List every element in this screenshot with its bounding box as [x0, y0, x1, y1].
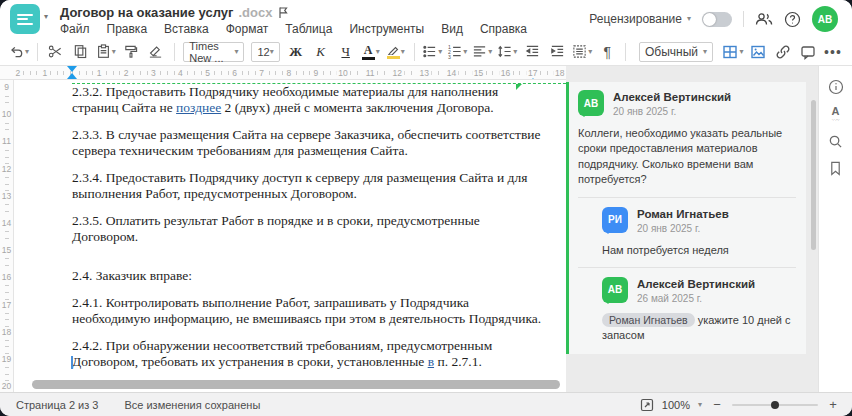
numbered-list-button[interactable]: 123 ▾	[446, 41, 468, 63]
collaboration-users-icon[interactable]	[755, 11, 773, 27]
zoom-out-button[interactable]: −	[710, 397, 724, 412]
page-count-label[interactable]: Страница 2 из 3	[16, 399, 98, 411]
comment-date: 26 май 2025 г.	[637, 293, 755, 304]
menu-item-5[interactable]: Инструменты	[349, 22, 424, 36]
menu-item-6[interactable]: Вид	[441, 22, 463, 36]
comment-header: АВАлексей Вертинский26 май 2025 г.	[602, 277, 796, 304]
avatar-tail-icon	[604, 230, 612, 238]
vertical-ruler: 91011121314151617181920	[0, 80, 14, 392]
comment-author: Алексей Вертинский	[613, 91, 731, 103]
eraser-button[interactable]	[145, 41, 167, 63]
ruler-number: 12	[1, 164, 12, 175]
cut-button[interactable]	[45, 41, 67, 63]
help-icon[interactable]	[784, 11, 801, 28]
comment-item-1[interactable]: РИРоман Игнатьев20 янв 2025 г.Нам потреб…	[578, 197, 796, 258]
ruler-number: 12	[390, 68, 403, 78]
paragraph-style-value: Обычный	[645, 45, 698, 59]
ruler-number: 15	[1, 245, 12, 256]
undo-caret-icon: ▾	[25, 48, 29, 56]
font-name-combo[interactable]: Times New ... ▾	[183, 42, 244, 62]
comment-avatar: АВ	[602, 277, 628, 303]
paragraph-borders-button[interactable]: ▾	[571, 41, 593, 63]
format-painter-button[interactable]	[120, 41, 142, 63]
favorite-flag-icon[interactable]	[277, 6, 289, 19]
divider	[174, 43, 175, 61]
status-bar: Страница 2 из 3 Все изменения сохранены …	[0, 392, 852, 416]
menu-item-4[interactable]: Таблица	[285, 22, 332, 36]
comments-scrollbar[interactable]	[811, 100, 816, 250]
left-indent-marker[interactable]	[67, 73, 77, 79]
comment-thread[interactable]: АВАлексей Вертинский20 янв 2025 г.Коллег…	[566, 82, 806, 354]
logo-caret-icon[interactable]: ▾	[44, 12, 48, 21]
insert-table-button[interactable]: ▾	[722, 41, 744, 63]
italic-button[interactable]: К	[310, 41, 332, 63]
svg-text:3: 3	[448, 54, 451, 59]
comment-item-0[interactable]: АВАлексей Вертинский20 янв 2025 г.Коллег…	[578, 90, 796, 188]
bullet-list-button[interactable]: ▾	[421, 41, 443, 63]
tracked-insertion: позднее	[176, 100, 221, 115]
toolbar: ▾ ▾ Times New ... ▾ 12 ▾ Ж К Ч	[0, 38, 852, 66]
ruler-number: 19	[1, 354, 12, 365]
text-run: 2.3.5. Оплатить результат Работ в порядк…	[72, 213, 480, 244]
paste-button[interactable]: ▾	[95, 41, 117, 63]
undo-button[interactable]: ▾	[8, 41, 30, 63]
font-size-combo[interactable]: 12 ▾	[251, 42, 279, 62]
highlight-color-button[interactable]: ▾	[385, 41, 407, 63]
ruler-number: 1	[41, 68, 50, 78]
bookmark-icon[interactable]	[824, 159, 848, 177]
fit-to-width-icon[interactable]	[640, 398, 654, 412]
comment-author: Алексей Вертинский	[637, 278, 755, 290]
menu-item-0[interactable]: Файл	[60, 22, 90, 36]
mention-chip[interactable]: Роман Игнатьев	[602, 313, 695, 327]
ruler-number: 6	[230, 68, 239, 78]
comment-avatar: АВ	[578, 90, 604, 116]
user-avatar[interactable]: АВ	[812, 6, 838, 32]
comment-avatar: РИ	[602, 207, 628, 233]
chevron-down-icon: ▾	[698, 401, 702, 409]
menu-item-2[interactable]: Вставка	[164, 22, 209, 36]
decrease-indent-button[interactable]	[521, 41, 543, 63]
increase-indent-button[interactable]	[546, 41, 568, 63]
menu-item-7[interactable]: Справка	[480, 22, 527, 36]
chevron-down-icon: ▾	[234, 48, 238, 56]
search-icon[interactable]	[824, 132, 848, 150]
app-logo-icon[interactable]	[10, 4, 40, 34]
copy-button[interactable]	[70, 41, 92, 63]
info-icon[interactable]	[824, 78, 848, 96]
font-color-button[interactable]: А ▾	[360, 41, 382, 63]
paragraph-style-combo[interactable]: Обычный ▾	[639, 42, 713, 62]
review-toggle[interactable]	[702, 12, 732, 27]
zoom-in-button[interactable]: +	[826, 397, 840, 412]
align-button[interactable]: ▾	[471, 41, 493, 63]
menu-item-1[interactable]: Правка	[107, 22, 148, 36]
more-tools-button[interactable]: •••	[822, 41, 844, 63]
insert-link-button[interactable]	[772, 41, 794, 63]
zoom-value[interactable]: 100%	[662, 399, 690, 411]
ruler-number: 9	[312, 68, 321, 78]
text-run: п. 2.7.1.	[434, 354, 482, 369]
review-mode-button[interactable]: Рецензирование ▾	[589, 12, 691, 26]
spellcheck-icon[interactable]: А﹏	[824, 105, 848, 123]
text-cursor	[71, 356, 73, 369]
comment-content: АВАлексей Вертинский20 янв 2025 г.Коллег…	[578, 90, 796, 188]
horizontal-scrollbar[interactable]	[32, 380, 560, 389]
line-spacing-button[interactable]: ▾	[496, 41, 518, 63]
comment-item-2[interactable]: АВАлексей Вертинский26 май 2025 г.Роман …	[578, 267, 796, 344]
document-text[interactable]: 2.3.2. Предоставить Подрядчику необходим…	[72, 84, 546, 381]
font-size-value: 12	[257, 46, 269, 58]
insert-image-button[interactable]	[747, 41, 769, 63]
paragraph-0: 2.3.2. Предоставить Подрядчику необходим…	[72, 84, 546, 116]
zoom-slider-thumb[interactable]	[771, 401, 779, 409]
document-canvas[interactable]: 2.3.2. Предоставить Подрядчику необходим…	[14, 80, 566, 392]
bold-button[interactable]: Ж	[285, 41, 307, 63]
ruler-number: 3	[149, 68, 158, 78]
zoom-slider[interactable]	[732, 399, 818, 411]
menu-item-3[interactable]: Формат	[226, 22, 269, 36]
underline-button[interactable]: Ч	[335, 41, 357, 63]
insert-comment-button[interactable]	[797, 41, 819, 63]
paragraph-1: 2.3.3. В случае размещения Сайта на серв…	[72, 127, 546, 159]
show-paragraph-marks-button[interactable]: ¶	[596, 41, 618, 63]
chevron-down-icon: ▾	[739, 48, 743, 56]
first-line-indent-marker[interactable]	[67, 66, 77, 72]
chevron-down-icon: ▾	[703, 48, 707, 56]
